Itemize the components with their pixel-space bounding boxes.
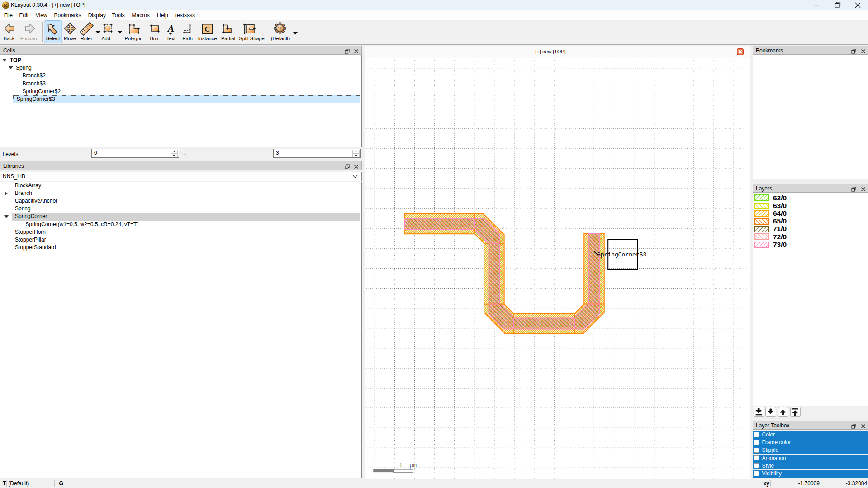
svg-text:C: C — [204, 25, 210, 33]
svg-text:SpringCorner$3: SpringCorner$3 — [597, 251, 646, 258]
svg-text:K: K — [4, 3, 8, 8]
svg-text:T: T — [278, 25, 282, 32]
svg-text:1 µm: 1 µm — [399, 462, 417, 469]
